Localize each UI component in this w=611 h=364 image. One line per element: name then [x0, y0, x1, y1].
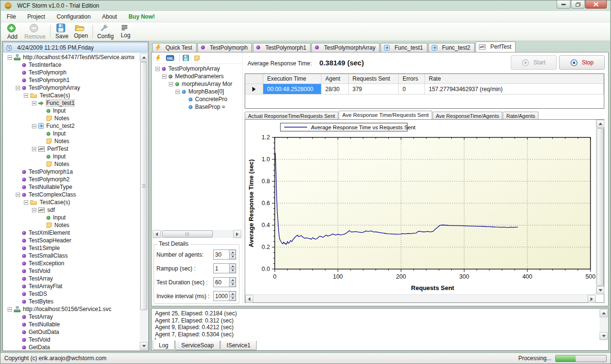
test-duration-sec-stepper[interactable]: 60 [213, 277, 236, 287]
tree-node-morphbase-0[interactable]: MorphBase[0] [154, 88, 242, 95]
lightning-icon[interactable] [155, 55, 161, 61]
tree-node-http-localhost-50156-service1-svc[interactable]: http://localhost:50156/Service1.svc [4, 305, 139, 313]
tree-node-testnullable[interactable]: TestNullable [4, 321, 139, 328]
collapse-toggle-icon[interactable] [32, 208, 36, 212]
tab-servicesoap[interactable]: ServiceSoap [175, 341, 220, 350]
grid-cell-execution-time[interactable]: 00:00:48.2528000 [263, 84, 321, 94]
tree-node-input[interactable]: Input [4, 107, 139, 114]
tree-node-notes[interactable]: Notes [4, 221, 139, 229]
scroll-down-icon[interactable] [596, 286, 604, 294]
scroll-left-icon[interactable] [153, 230, 161, 238]
field-value[interactable]: 1000 [214, 291, 229, 301]
spin-up-icon[interactable] [229, 250, 236, 255]
tree-node-testarray[interactable]: TestArray [4, 313, 139, 321]
tree-node-testpolymorph2[interactable]: TestPolymorph2 [4, 176, 139, 183]
scroll-down-icon[interactable] [600, 332, 608, 340]
tab-testpolymorpharray[interactable]: TestPolymorphArray [311, 43, 380, 52]
grid-cell-errors[interactable]: 0 [399, 84, 425, 94]
tab-func-test2[interactable]: Func_test2 [428, 43, 475, 52]
parameters-hscrollbar[interactable] [153, 230, 241, 238]
tree-node-input[interactable]: Input [4, 130, 139, 137]
tree-node-input[interactable]: Input [4, 153, 139, 160]
scroll-up-icon[interactable] [140, 53, 148, 62]
xml-badge-icon[interactable]: XML [166, 55, 174, 61]
collapse-toggle-icon[interactable] [162, 74, 166, 79]
collapse-toggle-icon[interactable] [32, 101, 36, 105]
spin-down-icon[interactable] [229, 296, 236, 301]
grid-header-requests-sent[interactable]: Requests Sent [349, 74, 399, 84]
toolbar-open-button[interactable]: Open [72, 23, 91, 40]
tree-node-test1simple[interactable]: Test1Simple [4, 244, 139, 252]
toolbar-config-button[interactable]: Config [95, 23, 116, 40]
tab-testpolymorph1[interactable]: TestPolymorph1 [253, 43, 311, 52]
tree-node-func-test1[interactable]: Func_test1 [4, 99, 139, 107]
tree-node-testarrayflat[interactable]: TestArrayFlat [4, 282, 139, 290]
collapse-toggle-icon[interactable] [32, 124, 36, 128]
tab-iservice1[interactable]: IService1 [220, 341, 257, 350]
log-scrollbar[interactable] [600, 309, 608, 340]
scrollbar-thumb[interactable] [162, 230, 213, 238]
tree-node-testinterface[interactable]: TestInterface [4, 61, 139, 69]
tree-node-notes[interactable]: Notes [4, 114, 139, 122]
tree-node-testcase-s[interactable]: TestCase(s) [4, 92, 139, 99]
scrollbar-thumb[interactable] [597, 128, 604, 286]
tab-ave-response-time-requests-sent[interactable]: Ave Response Time/Requests Sent [339, 111, 432, 119]
tab-rate-agents[interactable]: Rate/Agents [503, 112, 539, 119]
spin-down-icon[interactable] [229, 269, 236, 273]
chart-vscrollbar[interactable] [596, 120, 604, 294]
tree-node-testcomplexclass[interactable]: TestComplexClass [4, 191, 139, 198]
tree-node-testsoapheader[interactable]: TestSoapHeader [4, 237, 139, 244]
tree-node-testarray[interactable]: TestArray [4, 275, 139, 282]
grid-header-agent[interactable]: Agent [321, 74, 349, 84]
tree-node-getoutdata[interactable]: GetOutData [4, 328, 139, 336]
tree-node-testcase-s[interactable]: TestCase(s) [4, 198, 139, 206]
scroll-right-icon[interactable] [233, 230, 241, 238]
tree-node-perftest[interactable]: PerfTest [4, 145, 139, 153]
menu-item-buy-now[interactable]: Buy Now! [123, 12, 160, 21]
toolbar-save-button[interactable]: Save [52, 23, 72, 40]
collapse-toggle-icon[interactable] [8, 55, 12, 60]
notes-icon[interactable] [194, 55, 200, 61]
tree-node-testbytes[interactable]: TestBytes [4, 298, 139, 305]
collapse-toggle-icon[interactable] [16, 193, 20, 197]
collapse-toggle-icon[interactable] [16, 86, 20, 90]
grid-cell-requests-sent[interactable]: 379 [349, 84, 399, 94]
chart-hscrollbar[interactable] [245, 294, 596, 302]
spin-up-icon[interactable] [229, 291, 236, 296]
grid-cell-rate[interactable]: 157.277943462937 (req/min) [425, 84, 604, 94]
tree-node-morpheusarray-mor[interactable]: morpheusArray Mor [154, 80, 242, 88]
tree-node-testnullabletype[interactable]: TestNullableType [4, 183, 139, 191]
tree-node-func-test2[interactable]: Func_test2 [4, 122, 139, 130]
tree-node-http-localhost-64747-testws-service-asmx[interactable]: http://localhost:64747/TestWS/Service.as… [4, 53, 139, 61]
toolbar-remove-button[interactable]: Remove [22, 23, 48, 40]
tab-quick-test[interactable]: Quick Test [152, 43, 197, 52]
rampup-sec-stepper[interactable]: 1 [213, 263, 236, 273]
collapse-toggle-icon[interactable] [176, 90, 180, 94]
tab-perftest[interactable]: PerfTest [476, 42, 516, 52]
spin-up-icon[interactable] [229, 264, 236, 269]
tab-log[interactable]: Log [153, 340, 175, 350]
grid-header-errors[interactable]: Errors [399, 74, 425, 84]
menu-item-about[interactable]: About [96, 12, 123, 21]
restore-button[interactable] [571, 0, 585, 9]
scroll-up-icon[interactable] [596, 120, 604, 128]
scroll-up-icon[interactable] [600, 309, 608, 317]
tree-node-notes[interactable]: Notes [4, 137, 139, 145]
tree-node-testpolymorph1[interactable]: TestPolymorph1 [4, 76, 139, 84]
menu-item-configuration[interactable]: Configuration [51, 12, 96, 21]
tree-node-notes[interactable]: Notes [4, 160, 139, 168]
start-button[interactable]: Start [511, 55, 557, 70]
tree-node-getdata[interactable]: GetData [4, 343, 139, 350]
tab-ave-responsetime-agents[interactable]: Ave ResponseTime/Agents [433, 112, 503, 119]
collapse-toggle-icon[interactable] [8, 307, 12, 312]
tab-testpolymorph[interactable]: TestPolymorph [197, 43, 252, 52]
scroll-right-icon[interactable] [588, 295, 596, 303]
spin-up-icon[interactable] [229, 278, 236, 282]
collapse-toggle-icon[interactable] [155, 67, 160, 71]
collapse-toggle-icon[interactable] [169, 82, 173, 86]
menu-item-file[interactable]: File [1, 12, 21, 21]
tree-node-testvoid[interactable]: TestVoid [4, 336, 139, 343]
tree-node-testexception[interactable]: TestException [4, 260, 139, 267]
scroll-left-icon[interactable] [245, 295, 253, 303]
tab-actual-responsetime-requests-sent[interactable]: Actual ResponseTime/Requests Sent [245, 112, 338, 119]
